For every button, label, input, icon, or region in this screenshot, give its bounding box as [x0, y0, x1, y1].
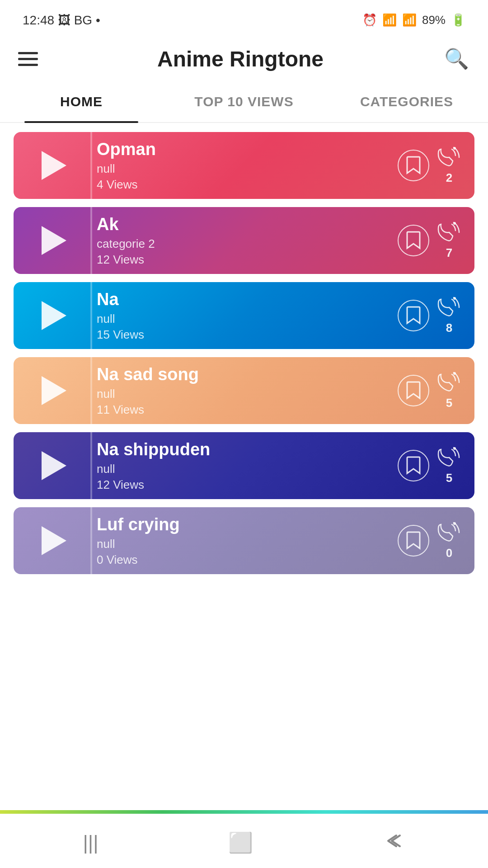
song-category: null	[97, 162, 393, 176]
ringtone-count: 5	[446, 471, 452, 485]
ringtone-count: 2	[446, 171, 452, 185]
play-triangle-icon	[42, 151, 66, 180]
song-category: null	[97, 462, 393, 476]
song-name: Opman	[97, 140, 393, 159]
svg-point-4	[453, 447, 456, 450]
ringtone-button[interactable]: 5	[436, 447, 462, 485]
song-info: Opman null 4 Views	[92, 132, 398, 199]
app-bar: Anime Ringtone 🔍	[0, 36, 488, 81]
bookmark-button[interactable]	[398, 150, 429, 181]
song-name: Na sad song	[97, 365, 393, 384]
song-actions: 5	[398, 447, 474, 485]
svg-point-0	[453, 147, 456, 150]
search-button[interactable]: 🔍	[443, 45, 470, 72]
song-actions: 0	[398, 522, 474, 560]
song-views: 12 Views	[97, 253, 393, 267]
phone-ringtone-icon	[436, 447, 462, 470]
phone-ringtone-icon	[436, 372, 462, 395]
battery-text: 89%	[422, 13, 446, 27]
song-card: Na shippuden null 12 Views 5	[14, 432, 474, 499]
song-category: null	[97, 387, 393, 401]
song-name: Ak	[97, 215, 393, 234]
song-name: Na	[97, 290, 393, 309]
ringtone-button[interactable]: 8	[436, 297, 462, 335]
song-category: null	[97, 537, 393, 551]
song-views: 12 Views	[97, 478, 393, 492]
song-views: 11 Views	[97, 403, 393, 417]
phone-ringtone-icon	[436, 522, 462, 545]
song-views: 0 Views	[97, 553, 393, 567]
song-views: 15 Views	[97, 328, 393, 342]
bookmark-button[interactable]	[398, 525, 429, 557]
song-category: null	[97, 312, 393, 326]
phone-ringtone-icon	[436, 297, 462, 320]
bookmark-icon	[406, 156, 421, 175]
tabs-container: HOME TOP 10 VIEWS CATEGORIES	[0, 81, 488, 123]
song-name: Na shippuden	[97, 440, 393, 459]
svg-point-1	[453, 222, 456, 225]
song-name: Luf crying	[97, 515, 393, 534]
bookmark-button[interactable]	[398, 225, 429, 256]
play-triangle-icon	[42, 526, 66, 555]
bookmark-icon	[406, 231, 421, 250]
nav-back-button[interactable]	[383, 832, 405, 854]
signal-icon: 📶	[402, 13, 417, 27]
tab-categories[interactable]: CATEGORIES	[325, 81, 488, 122]
svg-point-2	[453, 297, 456, 300]
song-actions: 7	[398, 222, 474, 260]
status-bar: 12:48 🖼 BG • ⏰ 📶 📶 89% 🔋	[0, 0, 488, 36]
song-info: Na shippuden null 12 Views	[92, 432, 398, 499]
app-title: Anime Ringtone	[157, 47, 324, 71]
play-button[interactable]	[14, 282, 90, 349]
play-button[interactable]	[14, 357, 90, 424]
song-actions: 5	[398, 372, 474, 410]
ringtone-count: 7	[446, 246, 452, 260]
play-button[interactable]	[14, 507, 90, 574]
wifi-icon: 📶	[382, 13, 397, 27]
play-triangle-icon	[42, 376, 66, 405]
nav-home-button[interactable]: ⬜	[228, 831, 253, 854]
ringtone-button[interactable]: 2	[436, 146, 462, 185]
alarm-icon: ⏰	[362, 13, 377, 27]
play-triangle-icon	[42, 301, 66, 330]
song-card: Na sad song null 11 Views 5	[14, 357, 474, 424]
ringtone-button[interactable]: 5	[436, 372, 462, 410]
phone-ringtone-icon	[436, 222, 462, 245]
ringtone-count: 8	[446, 321, 452, 335]
play-button[interactable]	[14, 132, 90, 199]
status-icons: 🖼 BG •	[58, 13, 100, 27]
phone-ringtone-icon	[436, 146, 462, 170]
bookmark-button[interactable]	[398, 375, 429, 406]
bookmark-button[interactable]	[398, 300, 429, 331]
play-button[interactable]	[14, 432, 90, 499]
song-list: Opman null 4 Views 2	[0, 123, 488, 583]
song-info: Na null 15 Views	[92, 282, 398, 349]
song-card: Na null 15 Views 8	[14, 282, 474, 349]
hamburger-menu-button[interactable]	[18, 52, 38, 66]
song-actions: 2	[398, 146, 474, 185]
bookmark-button[interactable]	[398, 450, 429, 481]
song-info: Ak categorie 2 12 Views	[92, 207, 398, 274]
song-actions: 8	[398, 297, 474, 335]
song-category: categorie 2	[97, 237, 393, 251]
bottom-nav: ||| ⬜	[0, 814, 488, 868]
song-card: Ak categorie 2 12 Views 7	[14, 207, 474, 274]
svg-point-5	[453, 522, 456, 525]
tab-home[interactable]: HOME	[0, 81, 163, 122]
ringtone-button[interactable]: 7	[436, 222, 462, 260]
ringtone-button[interactable]: 0	[436, 522, 462, 560]
nav-recent-button[interactable]: |||	[83, 831, 98, 854]
song-info: Luf crying null 0 Views	[92, 507, 398, 574]
bookmark-icon	[406, 456, 421, 475]
tab-top10[interactable]: TOP 10 VIEWS	[163, 81, 325, 122]
bookmark-icon	[406, 306, 421, 325]
status-right-icons: ⏰ 📶 📶 89% 🔋	[362, 13, 465, 27]
status-time-area: 12:48 🖼 BG •	[23, 13, 100, 28]
song-info: Na sad song null 11 Views	[92, 357, 398, 424]
svg-point-3	[453, 372, 456, 375]
play-button[interactable]	[14, 207, 90, 274]
play-triangle-icon	[42, 451, 66, 480]
song-card: Luf crying null 0 Views 0	[14, 507, 474, 574]
song-views: 4 Views	[97, 178, 393, 192]
ringtone-count: 0	[446, 546, 452, 560]
